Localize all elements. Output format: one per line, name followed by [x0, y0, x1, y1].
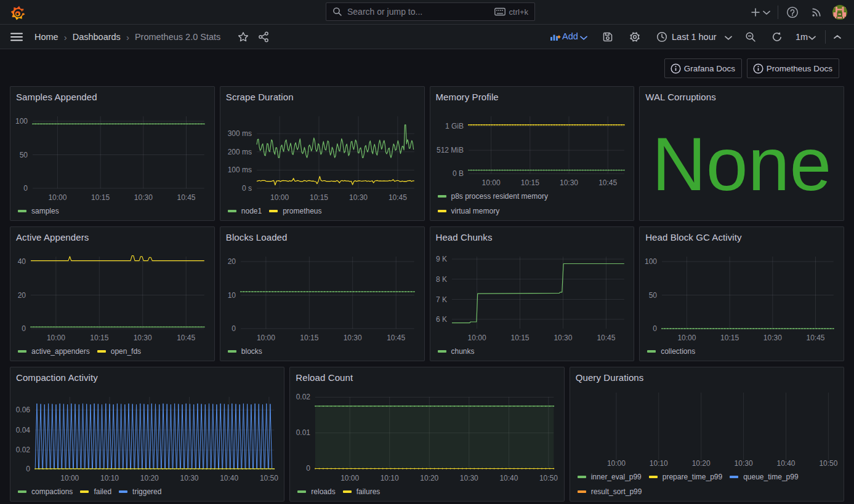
svg-text:10:10: 10:10 [381, 474, 399, 482]
svg-text:10:40: 10:40 [776, 459, 795, 468]
svg-text:100: 100 [15, 117, 28, 126]
svg-text:100 ms: 100 ms [227, 166, 251, 174]
svg-text:10:00: 10:00 [257, 334, 275, 342]
svg-text:10:00: 10:00 [47, 334, 65, 342]
svg-text:8 K: 8 K [435, 275, 446, 284]
svg-text:10:15: 10:15 [510, 334, 529, 342]
svg-text:512 MiB: 512 MiB [436, 146, 463, 154]
svg-text:10:15: 10:15 [300, 334, 318, 342]
svg-text:10:45: 10:45 [597, 334, 615, 342]
svg-text:10:20: 10:20 [691, 459, 710, 468]
svg-text:10:45: 10:45 [387, 334, 405, 342]
svg-text:6 K: 6 K [435, 315, 446, 324]
svg-text:0: 0 [22, 324, 26, 333]
svg-text:20: 20 [227, 257, 236, 266]
svg-text:10:00: 10:00 [481, 178, 500, 187]
svg-text:0: 0 [23, 184, 28, 193]
svg-text:10:20: 10:20 [421, 474, 439, 482]
svg-text:10:30: 10:30 [349, 193, 368, 202]
svg-text:10:15: 10:15 [310, 193, 328, 202]
svg-text:0: 0 [232, 324, 236, 333]
svg-text:10:45: 10:45 [177, 193, 195, 202]
svg-text:0.02: 0.02 [16, 446, 31, 454]
svg-text:0.06: 0.06 [16, 406, 31, 414]
svg-text:10:00: 10:00 [48, 193, 66, 202]
svg-text:10:30: 10:30 [343, 334, 361, 342]
svg-text:10:30: 10:30 [734, 459, 752, 468]
svg-text:10:15: 10:15 [720, 334, 739, 342]
svg-text:300 ms: 300 ms [227, 129, 251, 138]
svg-text:10:00: 10:00 [607, 459, 626, 468]
svg-text:10:10: 10:10 [100, 474, 119, 482]
svg-text:10:30: 10:30 [134, 334, 152, 342]
svg-text:10:20: 10:20 [140, 474, 159, 482]
svg-text:1 GiB: 1 GiB [445, 122, 463, 130]
svg-text:10:00: 10:00 [467, 334, 486, 342]
svg-text:0 s: 0 s [242, 184, 252, 193]
svg-text:10:00: 10:00 [270, 193, 289, 202]
svg-text:10:15: 10:15 [520, 178, 539, 187]
svg-text:10:30: 10:30 [180, 474, 198, 482]
svg-text:50: 50 [649, 291, 658, 300]
svg-text:10:15: 10:15 [91, 193, 110, 202]
svg-text:10:30: 10:30 [554, 334, 572, 342]
svg-text:10:40: 10:40 [500, 474, 518, 482]
svg-text:10:45: 10:45 [807, 334, 825, 342]
svg-text:10:15: 10:15 [90, 334, 108, 342]
svg-text:9 K: 9 K [435, 255, 446, 263]
svg-text:10:45: 10:45 [598, 178, 617, 187]
svg-text:10:00: 10:00 [678, 334, 696, 342]
svg-text:10:50: 10:50 [260, 474, 278, 482]
svg-text:0.01: 0.01 [296, 428, 311, 437]
svg-text:10:50: 10:50 [819, 459, 837, 468]
svg-text:0.04: 0.04 [16, 426, 31, 434]
svg-text:0.02: 0.02 [296, 393, 311, 401]
svg-text:10:30: 10:30 [763, 334, 782, 342]
svg-text:200 ms: 200 ms [227, 148, 251, 156]
svg-text:7 K: 7 K [435, 295, 446, 304]
svg-text:40: 40 [18, 257, 26, 266]
svg-text:20: 20 [18, 291, 26, 300]
svg-text:10:30: 10:30 [559, 178, 578, 187]
svg-text:0: 0 [26, 465, 30, 473]
svg-text:10:00: 10:00 [60, 474, 79, 482]
svg-text:100: 100 [645, 257, 657, 266]
svg-text:10:50: 10:50 [539, 474, 558, 482]
svg-text:10:10: 10:10 [649, 459, 667, 468]
svg-text:10: 10 [227, 291, 236, 300]
svg-text:10:45: 10:45 [389, 193, 407, 202]
svg-text:10:30: 10:30 [134, 193, 153, 202]
svg-text:0: 0 [653, 324, 658, 333]
svg-text:0 B: 0 B [452, 169, 463, 178]
svg-text:10:45: 10:45 [177, 334, 195, 342]
svg-text:0: 0 [307, 464, 311, 473]
svg-text:10:30: 10:30 [460, 474, 478, 482]
svg-text:50: 50 [20, 151, 28, 159]
svg-text:10:00: 10:00 [340, 474, 359, 482]
svg-text:10:40: 10:40 [220, 474, 238, 482]
